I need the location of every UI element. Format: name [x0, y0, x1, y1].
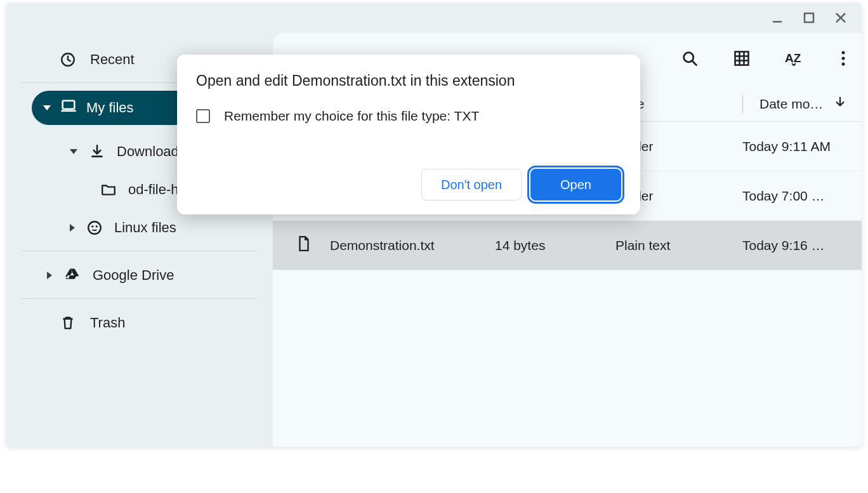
- dont-open-button[interactable]: Don't open: [421, 169, 522, 200]
- open-file-dialog: Open and edit Demonstration.txt in this …: [177, 55, 640, 214]
- dialog-title: Open and edit Demonstration.txt in this …: [196, 72, 621, 89]
- remember-choice-row[interactable]: Remember my choice for this file type: T…: [196, 108, 621, 124]
- checkbox[interactable]: [196, 109, 210, 123]
- modal-overlay: Open and edit Demonstration.txt in this …: [6, 3, 862, 447]
- open-button[interactable]: Open: [530, 169, 621, 200]
- remember-label: Remember my choice for this file type: T…: [224, 108, 479, 124]
- dialog-actions: Don't open Open: [196, 169, 621, 200]
- app-window: Recent My files Downloads: [6, 3, 862, 447]
